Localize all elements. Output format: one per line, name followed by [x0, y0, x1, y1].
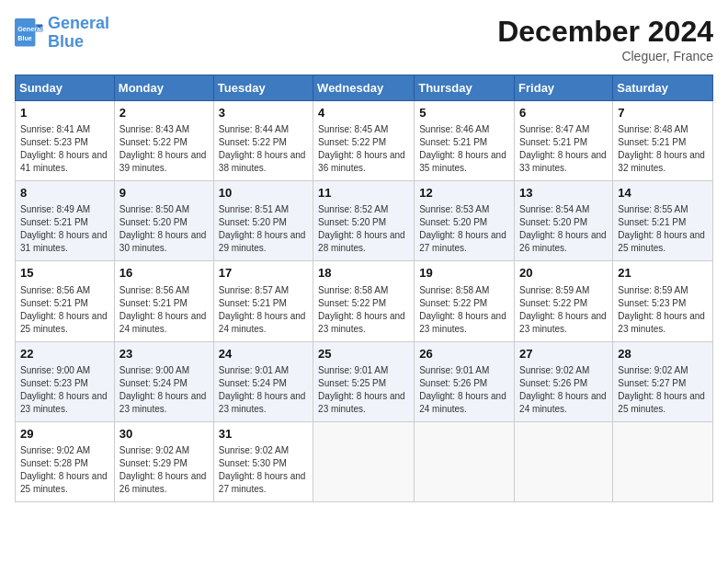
sunset-text: Sunset: 5:23 PM [618, 298, 686, 308]
sunset-text: Sunset: 5:21 PM [20, 298, 88, 308]
daylight-text: Daylight: 8 hours and 35 minutes. [419, 150, 506, 173]
daylight-text: Daylight: 8 hours and 24 minutes. [419, 391, 506, 414]
day-number: 31 [219, 426, 308, 442]
calendar-cell: 11 Sunrise: 8:52 AM Sunset: 5:20 PM Dayl… [313, 181, 415, 261]
sunset-text: Sunset: 5:20 PM [519, 217, 587, 227]
daylight-text: Daylight: 8 hours and 25 minutes. [618, 230, 705, 253]
daylight-text: Daylight: 8 hours and 28 minutes. [318, 230, 405, 253]
day-number: 12 [419, 185, 509, 201]
calendar-cell: 18 Sunrise: 8:58 AM Sunset: 5:22 PM Dayl… [313, 261, 415, 341]
daylight-text: Daylight: 8 hours and 25 minutes. [20, 311, 108, 334]
daylight-text: Daylight: 8 hours and 36 minutes. [318, 150, 405, 173]
title-block: December 2024 Cleguer, France [497, 15, 713, 63]
daylight-text: Daylight: 8 hours and 24 minutes. [219, 311, 306, 334]
day-number: 13 [519, 185, 608, 201]
daylight-text: Daylight: 8 hours and 38 minutes. [219, 150, 306, 173]
calendar-cell: 14 Sunrise: 8:55 AM Sunset: 5:21 PM Dayl… [613, 181, 713, 261]
calendar-cell: 6 Sunrise: 8:47 AM Sunset: 5:21 PM Dayli… [515, 101, 613, 181]
day-number: 16 [119, 265, 209, 282]
logo: General Blue General Blue [15, 15, 109, 52]
sunrise-text: Sunrise: 9:02 AM [519, 365, 589, 375]
daylight-text: Daylight: 8 hours and 23 minutes. [318, 311, 405, 334]
calendar-cell: 5 Sunrise: 8:46 AM Sunset: 5:21 PM Dayli… [415, 101, 515, 181]
page-header: General Blue General Blue December 2024 … [15, 15, 713, 63]
calendar-cell: 30 Sunrise: 9:02 AM Sunset: 5:29 PM Dayl… [114, 421, 213, 501]
sunrise-text: Sunrise: 8:57 AM [219, 285, 289, 295]
day-number: 20 [519, 265, 608, 282]
logo-text: General Blue [48, 15, 109, 52]
day-number: 4 [318, 105, 409, 121]
calendar-cell: 1 Sunrise: 8:41 AM Sunset: 5:23 PM Dayli… [16, 101, 115, 181]
calendar-cell: 9 Sunrise: 8:50 AM Sunset: 5:20 PM Dayli… [114, 181, 213, 261]
day-number: 7 [618, 105, 708, 121]
daylight-text: Daylight: 8 hours and 25 minutes. [618, 391, 705, 414]
sunrise-text: Sunrise: 8:49 AM [20, 204, 90, 214]
sunset-text: Sunset: 5:22 PM [119, 137, 188, 147]
calendar-cell: 4 Sunrise: 8:45 AM Sunset: 5:22 PM Dayli… [313, 101, 415, 181]
day-number: 21 [618, 265, 708, 282]
day-number: 8 [20, 185, 109, 201]
sunrise-text: Sunrise: 9:02 AM [219, 445, 289, 455]
sunset-text: Sunset: 5:21 PM [618, 217, 686, 227]
sunset-text: Sunset: 5:20 PM [219, 217, 287, 227]
calendar-week-row: 22 Sunrise: 9:00 AM Sunset: 5:23 PM Dayl… [16, 341, 713, 421]
calendar-cell: 8 Sunrise: 8:49 AM Sunset: 5:21 PM Dayli… [16, 181, 115, 261]
daylight-text: Daylight: 8 hours and 26 minutes. [119, 471, 207, 494]
calendar-week-row: 8 Sunrise: 8:49 AM Sunset: 5:21 PM Dayli… [16, 181, 713, 261]
calendar-cell [415, 421, 515, 501]
daylight-text: Daylight: 8 hours and 23 minutes. [318, 391, 405, 414]
sunset-text: Sunset: 5:20 PM [419, 217, 487, 227]
daylight-text: Daylight: 8 hours and 24 minutes. [519, 391, 607, 414]
sunset-text: Sunset: 5:29 PM [119, 458, 188, 468]
daylight-text: Daylight: 8 hours and 26 minutes. [519, 230, 607, 253]
day-number: 24 [219, 346, 308, 362]
day-number: 23 [119, 346, 209, 362]
calendar-cell: 15 Sunrise: 8:56 AM Sunset: 5:21 PM Dayl… [16, 261, 115, 341]
sunrise-text: Sunrise: 8:56 AM [119, 285, 189, 295]
day-number: 5 [419, 105, 509, 121]
day-number: 19 [419, 265, 509, 282]
sunset-text: Sunset: 5:21 PM [519, 137, 587, 147]
svg-text:Blue: Blue [17, 34, 32, 42]
sunset-text: Sunset: 5:21 PM [20, 217, 88, 227]
svg-text:General: General [17, 25, 42, 33]
sunset-text: Sunset: 5:21 PM [419, 137, 487, 147]
col-friday: Friday [515, 75, 613, 101]
col-tuesday: Tuesday [213, 75, 313, 101]
calendar-cell: 13 Sunrise: 8:54 AM Sunset: 5:20 PM Dayl… [515, 181, 613, 261]
sunrise-text: Sunrise: 9:02 AM [618, 365, 688, 375]
calendar-header-row: Sunday Monday Tuesday Wednesday Thursday… [16, 75, 713, 101]
sunset-text: Sunset: 5:26 PM [419, 378, 487, 388]
calendar-cell: 10 Sunrise: 8:51 AM Sunset: 5:20 PM Dayl… [213, 181, 313, 261]
sunrise-text: Sunrise: 8:43 AM [119, 124, 189, 134]
month-title: December 2024 [497, 15, 713, 49]
sunrise-text: Sunrise: 8:47 AM [519, 124, 589, 134]
calendar-week-row: 1 Sunrise: 8:41 AM Sunset: 5:23 PM Dayli… [16, 101, 713, 181]
sunset-text: Sunset: 5:30 PM [219, 458, 287, 468]
sunset-text: Sunset: 5:25 PM [318, 378, 386, 388]
sunrise-text: Sunrise: 8:44 AM [219, 124, 289, 134]
day-number: 29 [20, 426, 109, 442]
sunrise-text: Sunrise: 8:54 AM [519, 204, 589, 214]
calendar-cell: 25 Sunrise: 9:01 AM Sunset: 5:25 PM Dayl… [313, 341, 415, 421]
day-number: 28 [618, 346, 708, 362]
calendar-cell: 2 Sunrise: 8:43 AM Sunset: 5:22 PM Dayli… [114, 101, 213, 181]
day-number: 9 [119, 185, 209, 201]
day-number: 11 [318, 185, 409, 201]
daylight-text: Daylight: 8 hours and 24 minutes. [119, 311, 207, 334]
sunset-text: Sunset: 5:20 PM [119, 217, 188, 227]
daylight-text: Daylight: 8 hours and 27 minutes. [219, 471, 306, 494]
sunrise-text: Sunrise: 8:56 AM [20, 285, 90, 295]
daylight-text: Daylight: 8 hours and 32 minutes. [618, 150, 705, 173]
sunrise-text: Sunrise: 8:59 AM [618, 285, 688, 295]
sunrise-text: Sunrise: 9:01 AM [419, 365, 489, 375]
day-number: 10 [219, 185, 308, 201]
day-number: 18 [318, 265, 409, 282]
daylight-text: Daylight: 8 hours and 25 minutes. [20, 471, 108, 494]
daylight-text: Daylight: 8 hours and 23 minutes. [119, 391, 207, 414]
daylight-text: Daylight: 8 hours and 27 minutes. [419, 230, 506, 253]
calendar-cell: 7 Sunrise: 8:48 AM Sunset: 5:21 PM Dayli… [613, 101, 713, 181]
calendar-week-row: 29 Sunrise: 9:02 AM Sunset: 5:28 PM Dayl… [16, 421, 713, 501]
sunrise-text: Sunrise: 9:01 AM [219, 365, 289, 375]
sunrise-text: Sunrise: 8:41 AM [20, 124, 90, 134]
